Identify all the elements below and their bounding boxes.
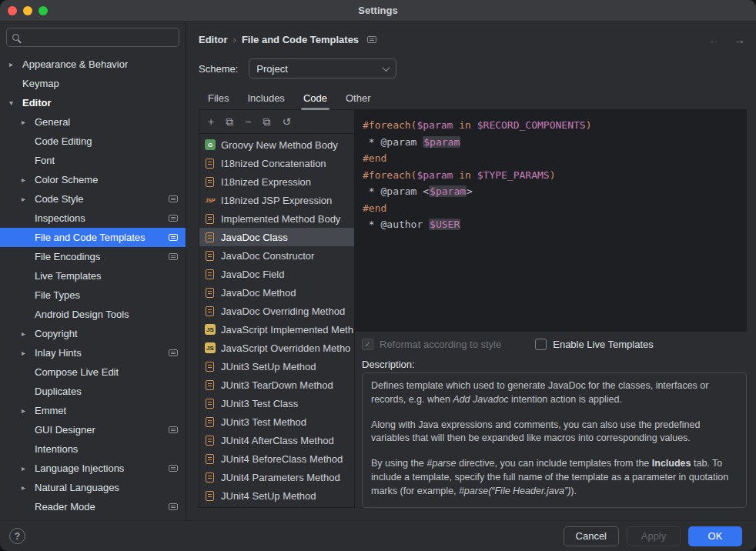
sidebar-item-inlay-hints[interactable]: ▸Inlay Hints	[0, 343, 186, 362]
chevron-right-icon[interactable]: ▸	[22, 175, 35, 184]
description-box[interactable]: Defines template which used to generate …	[362, 372, 747, 508]
template-item-label: JavaDoc Constructor	[221, 250, 314, 262]
search-input[interactable]	[23, 32, 173, 43]
tab-code[interactable]: Code	[294, 86, 336, 109]
template-item-label: JUnit3 Test Method	[221, 416, 306, 428]
template-editor[interactable]: #foreach($param in $RECORD_COMPONENTS) *…	[355, 110, 747, 332]
tab-includes[interactable]: Includes	[238, 86, 293, 109]
sidebar-item-intentions[interactable]: Intentions	[0, 439, 186, 459]
scheme-dropdown[interactable]: Project	[249, 58, 396, 78]
apply-button[interactable]: Apply	[627, 526, 681, 546]
chevron-right-icon[interactable]: ▸	[22, 406, 35, 415]
template-item-junit4-setup-method[interactable]: JUnit4 SetUp Method	[199, 486, 354, 505]
sidebar-item-general[interactable]: ▸General	[0, 112, 186, 132]
sidebar-item-code-editing[interactable]: Code Editing	[0, 132, 186, 151]
live-templates-checkbox[interactable]	[535, 339, 547, 350]
code-line: #end	[363, 200, 739, 217]
minimize-window-button[interactable]	[23, 6, 32, 15]
template-item-javadoc-method[interactable]: JavaDoc Method	[199, 283, 354, 302]
template-item-junit4-beforeclass-method[interactable]: JUnit4 BeforeClass Method	[199, 449, 354, 468]
add-template-icon[interactable]: +	[208, 115, 214, 128]
template-item-javadoc-field[interactable]: JavaDoc Field	[199, 265, 354, 283]
screen-icon	[169, 503, 178, 510]
zoom-window-button[interactable]	[38, 6, 48, 15]
chevron-right-icon[interactable]: ▸	[22, 349, 35, 357]
sidebar-item-emmet[interactable]: ▸Emmet	[0, 401, 186, 420]
chevron-right-icon[interactable]: ▸	[22, 464, 35, 473]
template-toolbar: +⧉−⧉↺	[199, 110, 354, 134]
chevron-right-icon[interactable]: ▸	[22, 118, 35, 126]
description-paragraph: Defines template which used to generate …	[371, 379, 738, 407]
sidebar-item-copyright[interactable]: ▸Copyright	[0, 324, 186, 343]
sidebar-item-appearance-behavior[interactable]: ▸Appearance & Behavior	[0, 55, 186, 74]
footer: ? Cancel Apply OK	[0, 520, 756, 551]
template-item-javadoc-overriding-method[interactable]: JavaDoc Overriding Method	[199, 302, 354, 320]
sidebar-item-font[interactable]: Font	[0, 151, 186, 170]
sidebar-item-color-scheme[interactable]: ▸Color Scheme	[0, 170, 186, 189]
template-item-javadoc-constructor[interactable]: JavaDoc Constructor	[199, 246, 354, 265]
sidebar-item-reader-mode[interactable]: Reader Mode	[0, 497, 186, 516]
ok-button[interactable]: OK	[688, 526, 742, 546]
sidebar-item-label: Language Injections	[35, 463, 124, 474]
template-file-icon	[206, 417, 214, 427]
copy-template-icon[interactable]: ⧉	[263, 115, 270, 129]
chevron-right-icon[interactable]: ▸	[9, 60, 22, 68]
template-item-junit3-test-class[interactable]: JUnit3 Test Class	[199, 394, 354, 412]
template-item-javadoc-class[interactable]: JavaDoc Class	[199, 228, 354, 246]
template-item-javascript-overridden-metho[interactable]: JSJavaScript Overridden Metho	[199, 339, 354, 357]
sidebar-item-label: Color Scheme	[35, 174, 98, 185]
chevron-right-icon[interactable]: ▸	[22, 483, 35, 492]
template-file-icon	[206, 491, 214, 501]
template-item-i18nized-expression[interactable]: I18nized Expression	[199, 172, 354, 191]
reformat-checkbox[interactable]: ✓	[362, 339, 373, 350]
create-child-template-icon[interactable]: ⧉	[226, 115, 233, 129]
template-item-junit3-setup-method[interactable]: JUnit3 SetUp Method	[199, 357, 354, 376]
template-item-i18nized-jsp-expression[interactable]: JSPI18nized JSP Expression	[199, 191, 354, 209]
chevron-right-icon[interactable]: ▸	[22, 195, 35, 203]
back-icon[interactable]: ←	[708, 33, 720, 46]
sidebar-item-file-types[interactable]: File Types	[0, 286, 186, 305]
template-file-icon	[206, 306, 214, 316]
breadcrumb-item-file-and-code-templates[interactable]: File and Code Templates	[242, 34, 359, 45]
template-item-i18nized-concatenation[interactable]: I18nized Concatenation	[199, 154, 354, 172]
chevron-right-icon[interactable]: ▸	[22, 329, 35, 338]
settings-search[interactable]	[6, 28, 179, 47]
template-item-javascript-implemented-meth[interactable]: JSJavaScript Implemented Meth	[199, 320, 354, 339]
sidebar-item-natural-languages[interactable]: ▸Natural Languages	[0, 478, 186, 497]
tab-other[interactable]: Other	[336, 86, 380, 109]
chevron-down-icon[interactable]: ▾	[9, 99, 22, 107]
tab-files[interactable]: Files	[199, 86, 238, 109]
sidebar-item-gui-designer[interactable]: GUI Designer	[0, 420, 186, 439]
sidebar-item-language-injections[interactable]: ▸Language Injections	[0, 459, 186, 478]
reset-to-default-icon[interactable]: ↺	[282, 115, 291, 128]
description-label: Description:	[355, 356, 747, 372]
sidebar-item-file-encodings[interactable]: File Encodings	[0, 247, 186, 266]
code-line: * @param $param	[363, 134, 739, 151]
remove-template-icon[interactable]: −	[245, 115, 251, 128]
sidebar-item-duplicates[interactable]: Duplicates	[0, 382, 186, 401]
sidebar-item-android-design-tools[interactable]: Android Design Tools	[0, 305, 186, 324]
template-item-groovy-new-method-body[interactable]: GGroovy New Method Body	[199, 135, 354, 154]
help-button[interactable]: ?	[9, 528, 25, 544]
live-templates-option[interactable]: Enable Live Templates	[535, 339, 654, 350]
template-item-junit3-teardown-method[interactable]: JUnit3 TearDown Method	[199, 376, 354, 394]
sidebar-item-compose-live-edit[interactable]: Compose Live Edit	[0, 362, 186, 382]
sidebar-item-code-style[interactable]: ▸Code Style	[0, 189, 186, 209]
sidebar-item-live-templates[interactable]: Live Templates	[0, 266, 186, 286]
template-item-junit4-afterclass-method[interactable]: JUnit4 AfterClass Method	[199, 431, 354, 449]
template-item-junit3-test-method[interactable]: JUnit3 Test Method	[199, 412, 354, 431]
template-item-label: I18nized JSP Expression	[221, 195, 332, 206]
breadcrumb-item-editor[interactable]: Editor	[199, 34, 228, 45]
close-window-button[interactable]	[8, 6, 17, 15]
template-item-implemented-method-body[interactable]: Implemented Method Body	[199, 209, 354, 228]
sidebar-item-file-and-code-templates[interactable]: File and Code Templates	[0, 228, 186, 247]
sidebar-item-inspections[interactable]: Inspections	[0, 209, 186, 228]
sidebar-item-keymap[interactable]: Keymap	[0, 74, 186, 93]
template-item-label: JavaScript Overridden Metho	[221, 342, 350, 354]
forward-icon[interactable]: →	[734, 33, 745, 46]
sidebar-item-editor[interactable]: ▾Editor	[0, 93, 186, 112]
reformat-option[interactable]: ✓ Reformat according to style	[362, 339, 501, 350]
template-file-icon	[206, 159, 214, 169]
cancel-button[interactable]: Cancel	[564, 526, 619, 546]
template-item-junit4-parameters-method[interactable]: JUnit4 Parameters Method	[199, 468, 354, 486]
